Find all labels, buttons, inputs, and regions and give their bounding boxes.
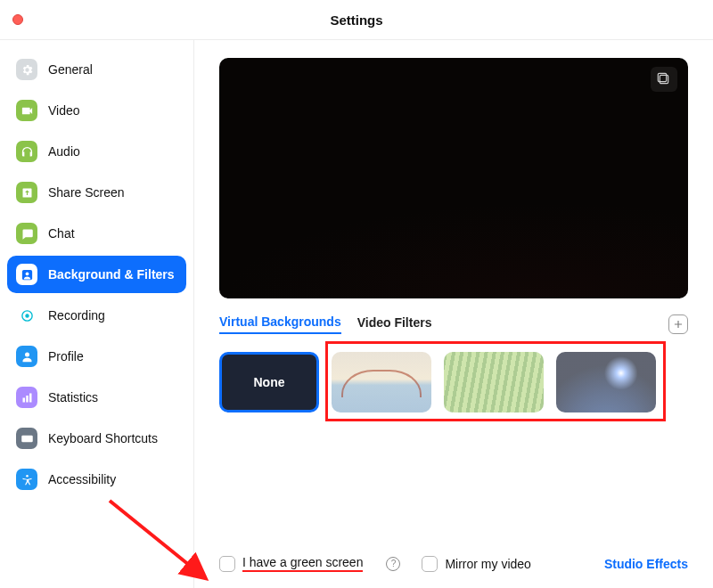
svg-point-14 xyxy=(26,474,29,477)
tab-video-filters[interactable]: Video Filters xyxy=(357,315,432,333)
sidebar-item-keyboard[interactable]: Keyboard Shortcuts xyxy=(7,420,186,457)
main-layout: General Video Audio Share Screen Chat Ba… xyxy=(0,40,713,588)
sidebar-item-share[interactable]: Share Screen xyxy=(7,174,186,211)
close-window-button[interactable] xyxy=(12,14,23,25)
green-screen-label: I have a green screen xyxy=(242,555,363,572)
svg-rect-12 xyxy=(29,437,30,437)
green-screen-checkbox[interactable] xyxy=(219,556,235,572)
headphones-icon xyxy=(16,141,37,162)
share-icon xyxy=(16,182,37,203)
background-thumbnails: None xyxy=(219,352,688,412)
title-bar: Settings xyxy=(0,0,713,40)
sidebar-item-label: Recording xyxy=(48,308,105,323)
bg-option-none[interactable]: None xyxy=(219,352,319,412)
window-title: Settings xyxy=(0,12,713,28)
tab-virtual-backgrounds[interactable]: Virtual Backgrounds xyxy=(219,314,341,334)
svg-rect-5 xyxy=(22,397,25,402)
sidebar-item-headphones[interactable]: Audio xyxy=(7,133,186,170)
sidebar-item-label: Audio xyxy=(48,144,80,159)
sidebar-item-label: Video xyxy=(48,103,80,118)
sidebar-item-label: Accessibility xyxy=(48,472,116,486)
sidebar: General Video Audio Share Screen Chat Ba… xyxy=(0,40,194,588)
sidebar-item-label: Chat xyxy=(48,226,75,241)
svg-point-3 xyxy=(25,314,29,317)
sidebar-item-label: Profile xyxy=(48,349,84,363)
svg-rect-10 xyxy=(25,437,26,437)
person-icon xyxy=(16,264,37,285)
bottom-controls: I have a green screen ? Mirror my video … xyxy=(219,546,688,572)
sidebar-item-record[interactable]: Recording xyxy=(7,297,186,334)
bg-option-earth[interactable] xyxy=(556,352,656,412)
plus-icon xyxy=(672,318,684,331)
svg-rect-13 xyxy=(24,439,29,440)
sidebar-item-gear[interactable]: General xyxy=(7,51,186,88)
svg-rect-7 xyxy=(29,393,32,402)
mirror-checkbox[interactable] xyxy=(422,556,438,572)
add-background-button[interactable] xyxy=(668,314,688,334)
sidebar-item-profile[interactable]: Profile xyxy=(7,338,186,375)
svg-rect-6 xyxy=(26,396,29,403)
svg-point-4 xyxy=(25,352,29,356)
tabs: Virtual Backgrounds Video Filters xyxy=(219,314,688,334)
camera-icon xyxy=(16,100,37,121)
sidebar-item-a11y[interactable]: Accessibility xyxy=(7,461,186,498)
help-icon[interactable]: ? xyxy=(386,557,400,571)
a11y-icon xyxy=(16,469,37,490)
bg-option-none-label: None xyxy=(254,375,285,389)
stats-icon xyxy=(16,387,37,408)
sidebar-item-label: Share Screen xyxy=(48,185,125,200)
sidebar-item-chat[interactable]: Chat xyxy=(7,215,186,252)
bg-option-grass[interactable] xyxy=(444,352,544,412)
svg-rect-11 xyxy=(28,437,29,437)
svg-point-1 xyxy=(25,272,29,275)
svg-rect-8 xyxy=(21,435,33,442)
sidebar-item-label: General xyxy=(48,62,93,77)
green-screen-checkbox-row[interactable]: I have a green screen xyxy=(219,555,363,572)
bg-option-bridge[interactable] xyxy=(332,352,431,412)
rotate-icon xyxy=(657,72,671,86)
sidebar-item-label: Statistics xyxy=(48,390,98,404)
sidebar-item-label: Background & Filters xyxy=(48,267,175,282)
studio-effects-link[interactable]: Studio Effects xyxy=(604,557,688,571)
sidebar-item-camera[interactable]: Video xyxy=(7,92,186,129)
gear-icon xyxy=(16,59,37,80)
video-preview xyxy=(219,58,688,298)
sidebar-item-label: Keyboard Shortcuts xyxy=(48,431,158,445)
keyboard-icon xyxy=(16,428,37,449)
sidebar-item-person[interactable]: Background & Filters xyxy=(7,256,186,293)
content-pane: Virtual Backgrounds Video Filters None I… xyxy=(194,40,713,588)
record-icon xyxy=(16,305,37,326)
chat-icon xyxy=(16,223,37,244)
mirror-label: Mirror my video xyxy=(445,557,530,571)
mirror-checkbox-row[interactable]: Mirror my video xyxy=(422,556,530,572)
sidebar-item-stats[interactable]: Statistics xyxy=(7,379,186,416)
profile-icon xyxy=(16,346,37,367)
rotate-button[interactable] xyxy=(651,67,677,92)
svg-rect-9 xyxy=(23,437,24,437)
